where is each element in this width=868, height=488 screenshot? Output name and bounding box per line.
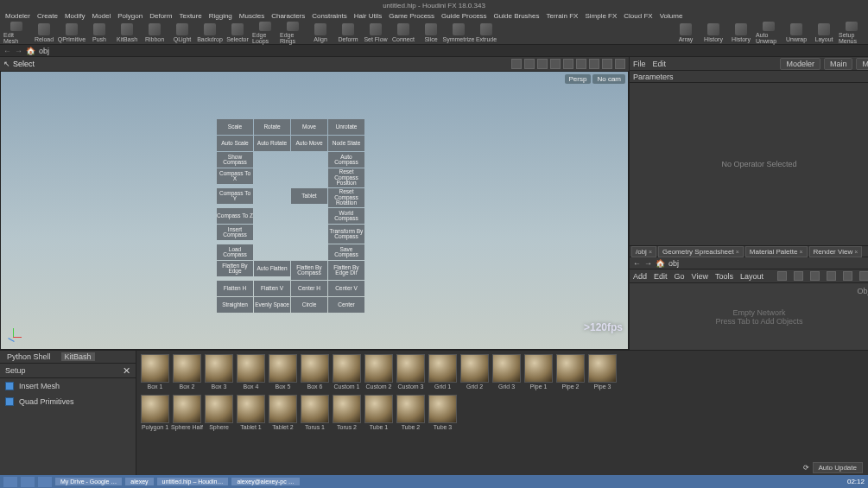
net-menu-edit[interactable]: Edit — [654, 272, 668, 281]
menu-item[interactable]: Modeler — [5, 12, 30, 20]
display-toggle-icon[interactable] — [589, 59, 599, 69]
setup-label[interactable]: Setup — [5, 366, 26, 375]
display-toggle-icon[interactable] — [550, 59, 561, 69]
path-text[interactable]: obj — [39, 47, 49, 55]
thumbnail-item[interactable]: Pipe 1 — [523, 354, 554, 390]
thumbnail-item[interactable]: Tube 2 — [396, 395, 426, 430]
shelf-button[interactable]: Setup Menus — [839, 22, 865, 44]
shelf-button[interactable]: Auto Unwrap — [756, 22, 782, 44]
network-view[interactable]: Objects Empty Network Press Tab to Add O… — [630, 283, 868, 350]
compass-item[interactable]: Flatten By Edge Dir — [328, 261, 364, 280]
menu-item[interactable]: Deform — [149, 12, 172, 20]
display-toggle-icon[interactable] — [511, 59, 522, 69]
tab-obj[interactable]: /obj× — [631, 246, 656, 257]
path-home-icon[interactable]: 🏠 — [26, 47, 35, 55]
menu-item[interactable]: Modify — [65, 12, 86, 20]
net-menu-add[interactable]: Add — [633, 272, 647, 281]
network-path-text[interactable]: obj — [668, 259, 679, 268]
sidebar-item-quad-primitives[interactable]: Quad Primitives — [0, 394, 136, 409]
compass-item[interactable]: Auto Move — [291, 136, 327, 151]
shelf-button[interactable]: QLight — [169, 22, 195, 44]
shelf-button[interactable]: Symmetrize — [446, 22, 472, 44]
thumbnail-item[interactable]: Box 5 — [268, 354, 298, 390]
compass-item[interactable]: World Compass — [328, 208, 364, 224]
tab-kitbash[interactable]: KitBash — [61, 352, 95, 361]
modeler-dropdown[interactable]: Modeler — [780, 58, 820, 70]
edit-menu[interactable]: Edit — [653, 60, 667, 68]
shelf-button[interactable]: Set Flow — [363, 22, 389, 44]
file-menu[interactable]: File — [633, 60, 646, 68]
shelf-button[interactable]: Align — [307, 22, 333, 44]
close-icon[interactable]: ✕ — [123, 365, 130, 377]
compass-item[interactable]: Auto Compass — [328, 152, 364, 168]
compass-item[interactable]: Straighten — [217, 297, 253, 313]
tab-geo-spreadsheet[interactable]: Geometry Spreadsheet× — [658, 246, 744, 257]
menu-item[interactable]: Guide Process — [441, 12, 486, 20]
menu-item[interactable]: Polygon — [117, 12, 143, 20]
menu-item[interactable]: Characters — [271, 12, 305, 20]
menu-item[interactable]: Texture — [179, 12, 201, 20]
shelf-button[interactable]: Slice — [418, 22, 444, 44]
shelf-button[interactable]: Connect — [390, 22, 416, 44]
shelf-button[interactable]: Backdrop — [197, 22, 223, 44]
thumbnail-item[interactable]: Grid 2 — [459, 354, 490, 390]
thumbnail-item[interactable]: Box 6 — [300, 354, 330, 390]
3d-viewport[interactable]: Persp No cam >120fps Scale Rotate Move U… — [0, 71, 629, 350]
main-dropdown[interactable]: Main — [824, 58, 853, 70]
net-menu-tools[interactable]: Tools — [715, 272, 733, 281]
shelf-button[interactable]: KitBash — [114, 22, 140, 44]
thumbnail-item[interactable]: Polygon 1 — [140, 395, 170, 430]
task-icon[interactable] — [21, 477, 35, 487]
compass-item[interactable]: Flatten By Compass — [291, 261, 327, 280]
display-toggle-icon[interactable] — [615, 59, 625, 69]
compass-item[interactable]: Show Compass — [217, 152, 253, 168]
thumbnail-item[interactable]: Sphere Half — [172, 395, 202, 430]
compass-item[interactable]: Reset Compass Position — [328, 168, 364, 187]
compass-item[interactable]: Center — [328, 297, 364, 313]
thumbnail-item[interactable]: Tablet 1 — [236, 395, 266, 430]
compass-item[interactable]: Scale — [217, 119, 253, 135]
shelf-button[interactable]: Edit Mesh — [3, 22, 29, 44]
shelf-button[interactable]: Push — [86, 22, 112, 44]
select-tool-icon[interactable]: ↖ — [3, 60, 10, 68]
close-icon[interactable]: × — [736, 249, 739, 255]
thumbnail-item[interactable]: Box 1 — [140, 354, 170, 390]
compass-item[interactable]: Move — [291, 119, 327, 135]
camera-persp-button[interactable]: Persp — [565, 74, 592, 84]
menu-item[interactable]: Game Process — [389, 12, 434, 20]
thumbnail-item[interactable]: Sphere — [204, 395, 234, 430]
shelf-button[interactable]: Selector — [225, 22, 250, 44]
start-button[interactable] — [3, 477, 17, 487]
task-icon[interactable] — [38, 477, 52, 487]
compass-item[interactable]: Insert Compass — [217, 225, 253, 240]
path-home-icon[interactable]: 🏠 — [656, 259, 665, 268]
net-view-icon[interactable] — [810, 271, 820, 281]
compass-item[interactable]: Rotate — [254, 119, 290, 135]
close-icon[interactable]: × — [649, 249, 652, 255]
menu-item[interactable]: Model — [92, 12, 111, 20]
compass-item[interactable]: Circle — [291, 297, 327, 313]
compass-item[interactable]: Flatten V — [254, 281, 290, 296]
net-view-icon[interactable] — [827, 271, 836, 281]
thumbnail-item[interactable]: Torus 1 — [300, 395, 330, 430]
shelf-button[interactable]: Reload — [31, 22, 57, 44]
menu-item[interactable]: Muscles — [239, 12, 264, 20]
auto-update-dropdown[interactable]: Auto Update — [813, 462, 863, 473]
shelf-button[interactable]: Layout — [811, 22, 837, 44]
shelf-button[interactable]: Deform — [335, 22, 361, 44]
compass-item[interactable]: Reset Compass Rotation — [328, 188, 364, 207]
menu-item[interactable]: Volume — [660, 12, 683, 20]
compass-item[interactable]: Compass To Y — [217, 188, 253, 204]
thumbnail-item[interactable]: Box 4 — [236, 354, 266, 390]
menu-item[interactable]: Guide Brushes — [494, 12, 540, 20]
thumbnail-item[interactable]: Tube 3 — [428, 395, 458, 430]
thumbnail-item[interactable]: Tube 1 — [364, 395, 394, 430]
shelf-button[interactable]: History — [728, 22, 754, 44]
tab-material-palette[interactable]: Material Palette× — [745, 246, 808, 257]
compass-item[interactable]: Load Compass — [217, 244, 253, 260]
menu-item[interactable]: Terrain FX — [547, 12, 579, 20]
nav-forward-icon[interactable]: → — [644, 259, 652, 268]
display-toggle-icon[interactable] — [576, 59, 586, 69]
compass-item[interactable]: Auto Flatten — [254, 261, 290, 276]
tab-render-view[interactable]: Render View× — [809, 246, 863, 257]
